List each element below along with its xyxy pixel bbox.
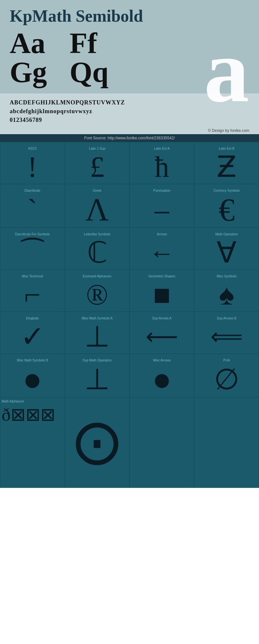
label-diacriticals: Diacriticals	[25, 189, 40, 194]
glyph-row-3: Diacriticals For Symbols ⁀ Letterlike Sy…	[0, 228, 259, 270]
symbol-supmathop: ⊥	[84, 363, 110, 396]
symbol-latin1sup: £	[90, 152, 105, 182]
copyright: © Design by fontke.com	[0, 128, 259, 134]
label-arrows: Arrows	[157, 232, 167, 237]
glyph-cell-miscmatha: Misc Math Symbols A ⊥	[65, 312, 130, 354]
glyph-cell-arrows: Arrows ←	[130, 228, 194, 270]
glyph-row-5: Dingbats ✓ Misc Math Symbols A ⊥ Sup Arr…	[0, 312, 259, 354]
big-circle-cell: ⊙	[65, 397, 130, 488]
glyph-cell-miscarrows: Misc Arrows ●	[130, 354, 194, 397]
symbol-suparrowsb: ⟸	[210, 321, 243, 352]
glyphs-section: ASCII ! Latin 1 Sup £ Latin Ext A ħ Lati…	[0, 142, 259, 488]
math-alphanum-label: Math Alphanum	[2, 400, 63, 405]
glyph-cell-dingbats: Dingbats ✓	[0, 312, 65, 354]
label-punctuation: Punctuation	[153, 189, 171, 194]
glyph-cell-ascii: ASCII !	[0, 142, 65, 184]
glyph-cell-mathop: Math Operators ∀	[194, 228, 259, 270]
math-alphanum-symbols: ð⊠⊠⊠	[2, 405, 63, 425]
glyph-cell-suparrowsb: Sup Arrows B ⟸	[194, 312, 259, 354]
glyph-row-4: Misc Technical ⌐ Enclosed Alphanum ® Geo…	[0, 270, 259, 312]
math-alphanum-row: Math Alphanum ð⊠⊠⊠ ⊙	[0, 397, 259, 488]
glyph-row-1: ASCII ! Latin 1 Sup £ Latin Ext A ħ Lati…	[0, 142, 259, 184]
symbol-miscarrows: ●	[152, 363, 172, 396]
glyph-cell-currency: Currency Symbols €	[194, 184, 259, 228]
letter-pair-aa: Aa	[10, 29, 47, 58]
glyph-cell-misctechnical: Misc Technical ⌐	[0, 270, 65, 312]
big-letter-a: a	[204, 26, 249, 116]
symbol-mathop: ∀	[217, 237, 237, 268]
symbol-enclosedalpha: ®	[86, 279, 108, 310]
label-suparrowsa: Sup Arrows A	[152, 317, 172, 321]
symbol-miscmatha: ⊥	[84, 321, 110, 352]
top-section: KpMath Semibold Aa Gg Ff Qq a	[0, 0, 259, 93]
symbol-arrows: ←	[149, 237, 175, 268]
glyph-cell-diacforsym: Diacriticals For Symbols ⁀	[0, 228, 65, 270]
letter-pair-qq: Qq	[70, 58, 108, 87]
big-circle-symbol: ⊙	[70, 410, 124, 475]
symbol-geomshapes: ■	[153, 279, 171, 310]
letter-pair-gg: Gg	[10, 58, 47, 87]
glyph-cell-latinexta: Latin Ext A ħ	[130, 142, 194, 184]
symbol-pua: ∅	[214, 363, 239, 396]
symbol-currency: €	[219, 194, 235, 226]
label-suparrowsb: Sup Arrows B	[217, 317, 237, 321]
sample-letters: Aa Gg Ff Qq a	[10, 29, 249, 90]
glyph-row-6: Misc Math Symbols B ● Sup Math Operators…	[0, 354, 259, 397]
glyph-cell-greek: Greek Λ	[65, 184, 130, 228]
symbol-latinexta: ħ	[155, 152, 169, 182]
glyph-cell-punctuation: Punctuation –	[130, 184, 194, 228]
symbol-misctechnical: ⌐	[24, 279, 41, 310]
glyph-cell-enclosedalpha: Enclosed Alphanum ®	[65, 270, 130, 312]
letter-pair-ff: Ff	[70, 29, 108, 58]
symbol-dingbats: ✓	[20, 321, 45, 352]
symbol-ascii: !	[28, 152, 37, 182]
glyph-cell-miscmathb: Misc Math Symbols B ●	[0, 354, 65, 397]
math-alphanum-cell: Math Alphanum ð⊠⊠⊠	[0, 397, 65, 488]
empty-cell-3	[130, 397, 194, 488]
glyph-cell-latin1sup: Latin 1 Sup £	[65, 142, 130, 184]
glyph-cell-suparrowsa: Sup Arrows A ⟵	[130, 312, 194, 354]
glyph-cell-pua: PUA ∅	[194, 354, 259, 397]
symbol-latinextb: Ƶ	[217, 152, 237, 182]
glyph-cell-latinextb: Latin Ext B Ƶ	[194, 142, 259, 184]
symbol-miscmathb: ●	[23, 363, 42, 396]
glyph-cell-supmathop: Sup Math Operators ⊥	[65, 354, 130, 397]
label-supmathop: Sup Math Operators	[83, 359, 112, 363]
label-diacforsym: Diacriticals For Symbols	[15, 232, 50, 237]
empty-cell-4	[194, 397, 259, 488]
glyph-row-2: Diacriticals ` Greek Λ Punctuation – Cur…	[0, 184, 259, 228]
symbol-suparrowsa: ⟵	[146, 321, 178, 352]
symbol-punctuation: –	[155, 194, 169, 226]
source-bar: Font Source: http://www.fontke.com/font/…	[0, 134, 259, 142]
glyph-cell-diacriticals: Diacriticals `	[0, 184, 65, 228]
symbol-diacriticals: `	[28, 194, 37, 226]
glyph-cell-geomshapes: Geometric Shapes ■	[130, 270, 194, 312]
symbol-diacforsym: ⁀	[22, 237, 43, 268]
symbol-miscsymbols: ♠	[219, 279, 234, 310]
symbol-greek: Λ	[85, 194, 109, 226]
glyph-cell-miscsymbols: Misc Symbols ♠	[194, 270, 259, 312]
glyph-cell-letterlike: Letterlike Symbols ℂ	[65, 228, 130, 270]
label-pua: PUA	[223, 359, 230, 363]
symbol-letterlike: ℂ	[87, 237, 107, 268]
